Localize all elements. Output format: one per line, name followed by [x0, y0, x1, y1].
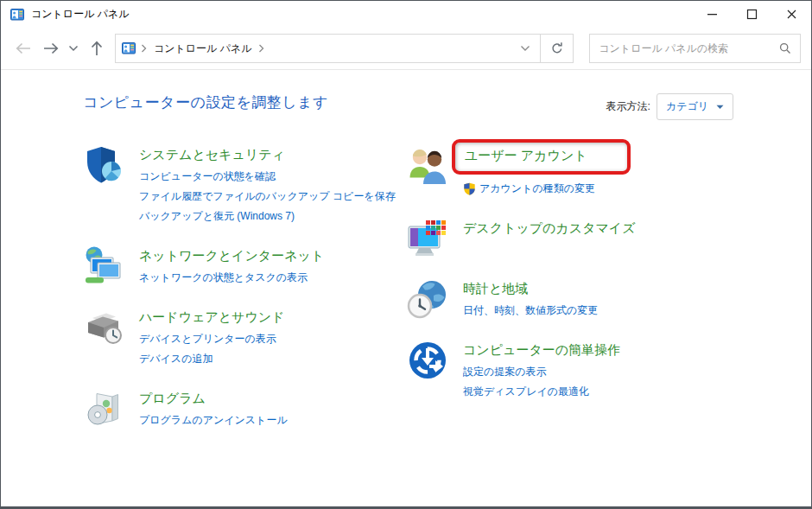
category-title-link[interactable]: デスクトップのカスタマイズ — [463, 220, 636, 237]
category-task-link[interactable]: デバイスとプリンターの表示 — [139, 329, 276, 349]
category-item: 時計と地域 日付、時刻、数値形式の変更 — [407, 278, 731, 321]
category-body: ネットワークとインターネット ネットワークの状態とタスクの表示 — [139, 245, 324, 288]
control-panel-window: コントロール パネル — [0, 0, 812, 509]
uac-shield-icon — [463, 182, 476, 195]
category-links: 日付、時刻、数値形式の変更 — [463, 301, 598, 321]
category-title-link-highlighted[interactable]: ユーザー アカウント — [452, 139, 631, 175]
view-by: 表示方法: カテゴリ — [606, 93, 733, 120]
control-panel-icon — [10, 8, 24, 22]
category-links: プログラムのアンインストール — [139, 410, 288, 430]
category-title-link[interactable]: ネットワークとインターネット — [139, 248, 324, 264]
category-task-link[interactable]: ネットワークの状態とタスクの表示 — [139, 268, 308, 288]
minimize-button[interactable] — [692, 1, 732, 28]
page-title: コンピューターの設定を調整します — [83, 92, 328, 112]
close-icon — [783, 6, 800, 22]
right-column: ユーザー アカウント アカウントの種類の変更 デスクトップのカスタマイズ 時計と… — [407, 144, 731, 421]
maximize-button[interactable] — [732, 1, 771, 28]
category-title-link[interactable]: ハードウェアとサウンド — [139, 309, 285, 326]
category-links: コンピューターの状態を確認ファイル履歴でファイルのバックアップ コピーを保存バッ… — [139, 167, 396, 226]
maximize-icon — [744, 6, 760, 22]
up-arrow-icon — [88, 39, 105, 58]
address-bar[interactable]: コントロール パネル — [115, 34, 541, 63]
category-body: コンピューターの簡単操作 設定の提案の表示視覚ディスプレイの最適化 — [463, 340, 620, 402]
category-item: プログラム プログラムのアンインストール — [83, 388, 407, 430]
back-button[interactable] — [10, 35, 37, 62]
close-button[interactable] — [771, 1, 811, 28]
search-icon[interactable] — [779, 42, 791, 54]
chevron-right-icon — [141, 44, 147, 53]
user-accounts-icon[interactable] — [407, 144, 448, 186]
category-task-link[interactable]: コンピューターの状態を確認 — [139, 167, 396, 187]
category-task-link[interactable]: 設定の提案の表示 — [463, 362, 589, 382]
breadcrumb-control-panel[interactable]: コントロール パネル — [154, 41, 252, 56]
category-links: デバイスとプリンターの表示デバイスの追加 — [139, 329, 276, 369]
category-columns: システムとセキュリティ コンピューターの状態を確認ファイル履歴でファイルのバック… — [83, 144, 748, 449]
chevron-down-icon — [520, 45, 530, 52]
category-title-link[interactable]: コンピューターの簡単操作 — [463, 342, 620, 359]
window-title: コントロール パネル — [31, 7, 130, 22]
caret-down-icon — [716, 105, 724, 110]
ease-of-access-icon[interactable] — [407, 340, 448, 381]
category-body: システムとセキュリティ コンピューターの状態を確認ファイル履歴でファイルのバック… — [139, 144, 396, 226]
view-by-dropdown[interactable]: カテゴリ — [657, 93, 733, 120]
back-arrow-icon — [14, 40, 33, 57]
address-dropdown-button[interactable] — [511, 35, 540, 62]
programs-icon[interactable] — [83, 388, 124, 429]
system-security-icon[interactable] — [83, 144, 124, 186]
category-links: ネットワークの状態とタスクの表示 — [139, 268, 308, 288]
search-input[interactable] — [590, 42, 777, 54]
category-item: システムとセキュリティ コンピューターの状態を確認ファイル履歴でファイルのバック… — [83, 144, 407, 226]
forward-button[interactable] — [37, 35, 65, 62]
network-internet-icon[interactable] — [83, 245, 124, 287]
category-task-link[interactable]: バックアップと復元 (Windows 7) — [139, 207, 396, 226]
recent-locations-button[interactable] — [65, 35, 82, 62]
category-links: 設定の提案の表示視覚ディスプレイの最適化 — [463, 362, 589, 402]
category-task-link[interactable]: 視覚ディスプレイの最適化 — [463, 382, 589, 402]
category-task-link[interactable]: ファイル履歴でファイルのバックアップ コピーを保存 — [139, 187, 396, 207]
category-title-link[interactable]: 時計と地域 — [463, 281, 528, 297]
desktop-customization-icon[interactable] — [407, 218, 448, 259]
category-item: ネットワークとインターネット ネットワークの状態とタスクの表示 — [83, 245, 407, 288]
category-task-link[interactable]: アカウントの種類の変更 — [463, 179, 595, 199]
category-body: プログラム プログラムのアンインストール — [139, 388, 288, 430]
category-task-link[interactable]: 日付、時刻、数値形式の変更 — [463, 301, 598, 321]
category-task-link[interactable]: プログラムのアンインストール — [139, 410, 288, 430]
category-task-link[interactable]: デバイスの追加 — [139, 349, 276, 369]
titlebar: コントロール パネル — [1, 1, 811, 28]
category-item: ハードウェアとサウンド デバイスとプリンターの表示デバイスの追加 — [83, 307, 407, 369]
category-item: ユーザー アカウント アカウントの種類の変更 — [407, 144, 731, 199]
category-title-link[interactable]: プログラム — [139, 391, 206, 407]
hardware-sound-icon[interactable] — [83, 307, 124, 348]
refresh-icon — [550, 41, 564, 55]
category-item: デスクトップのカスタマイズ — [407, 218, 731, 259]
category-body: ハードウェアとサウンド デバイスとプリンターの表示デバイスの追加 — [139, 307, 285, 369]
category-item: コンピューターの簡単操作 設定の提案の表示視覚ディスプレイの最適化 — [407, 340, 731, 402]
category-body: ユーザー アカウント アカウントの種類の変更 — [463, 144, 631, 199]
category-title-link[interactable]: システムとセキュリティ — [139, 147, 285, 163]
view-by-label: 表示方法: — [606, 99, 650, 114]
breadcrumb-location-icon — [122, 41, 136, 55]
refresh-button[interactable] — [541, 34, 574, 63]
search-box — [589, 34, 801, 63]
clock-region-icon[interactable] — [407, 278, 448, 320]
chevron-down-icon — [68, 45, 79, 52]
window-controls — [692, 1, 811, 28]
forward-arrow-icon — [41, 40, 60, 57]
category-body: 時計と地域 日付、時刻、数値形式の変更 — [463, 278, 598, 321]
view-by-value: カテゴリ — [666, 99, 708, 114]
up-button[interactable] — [82, 35, 111, 62]
minimize-icon — [704, 6, 720, 22]
chevron-right-icon[interactable] — [258, 44, 264, 53]
category-links: アカウントの種類の変更 — [463, 179, 595, 199]
page-header: コンピューターの設定を調整します 表示方法: カテゴリ — [83, 92, 733, 120]
category-body: デスクトップのカスタマイズ — [463, 218, 636, 259]
left-column: システムとセキュリティ コンピューターの状態を確認ファイル履歴でファイルのバック… — [83, 144, 407, 449]
navigation-bar: コントロール パネル — [1, 28, 811, 70]
